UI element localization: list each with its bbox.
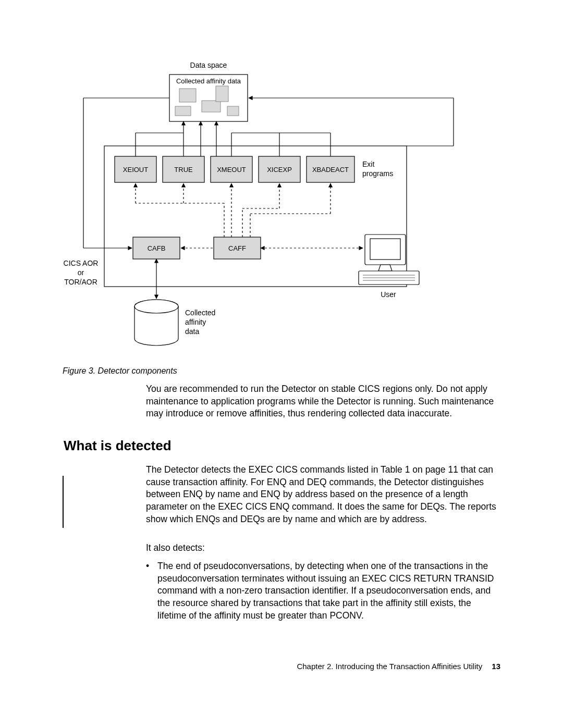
exit-box-true: TRUE bbox=[163, 156, 204, 182]
svg-rect-29 bbox=[370, 239, 400, 260]
svg-text:affinity: affinity bbox=[185, 318, 206, 326]
svg-point-25 bbox=[134, 300, 178, 313]
exit-box-xbadeact: XBADEACT bbox=[307, 156, 354, 182]
list-item: • The end of pseudoconversations, by det… bbox=[146, 560, 500, 622]
detector-diagram: Data space Collected affinity data XEIOU… bbox=[63, 57, 506, 360]
bullet-icon: • bbox=[146, 560, 149, 573]
svg-text:XMEOUT: XMEOUT bbox=[217, 166, 246, 174]
svg-text:XEIOUT: XEIOUT bbox=[123, 166, 148, 174]
svg-text:or: or bbox=[78, 268, 84, 277]
intro-paragraph: You are recommended to run the Detector … bbox=[146, 383, 500, 420]
collected-affinity-label: Collected affinity data bbox=[176, 77, 241, 85]
svg-text:CAFF: CAFF bbox=[228, 244, 246, 252]
page-footer: Chapter 2. Introducing the Transaction A… bbox=[297, 662, 500, 671]
cafb-box: CAFB bbox=[133, 237, 180, 259]
caff-box: CAFF bbox=[214, 237, 261, 259]
page-number: 13 bbox=[492, 662, 500, 671]
computer-icon bbox=[359, 235, 419, 285]
user-label: User bbox=[381, 290, 396, 299]
data-space-label: Data space bbox=[190, 61, 227, 69]
svg-rect-6 bbox=[227, 106, 239, 116]
svg-text:data: data bbox=[185, 327, 199, 336]
cics-aor-label: CICS AOR bbox=[64, 259, 99, 267]
exit-box-xmeout: XMEOUT bbox=[211, 156, 252, 182]
svg-rect-2 bbox=[179, 89, 196, 102]
svg-text:XICEXP: XICEXP bbox=[267, 166, 292, 174]
svg-rect-4 bbox=[175, 106, 191, 116]
svg-text:programs: programs bbox=[362, 169, 393, 178]
exit-box-xicexp: XICEXP bbox=[259, 156, 300, 182]
change-bar-icon bbox=[63, 476, 64, 528]
collected-data-label: Collected bbox=[185, 309, 215, 317]
svg-text:TOR/AOR: TOR/AOR bbox=[64, 278, 97, 286]
bullet-text: The end of pseudoconversations, by detec… bbox=[157, 560, 500, 622]
exit-programs-label: Exit bbox=[362, 160, 374, 168]
svg-text:TRUE: TRUE bbox=[174, 166, 193, 174]
section-heading: What is detected bbox=[64, 438, 172, 454]
svg-rect-3 bbox=[202, 101, 221, 112]
svg-text:XBADEACT: XBADEACT bbox=[312, 166, 349, 174]
exit-box-xeiout: XEIOUT bbox=[115, 156, 156, 182]
footer-chapter: Chapter 2. Introducing the Transaction A… bbox=[297, 662, 482, 671]
svg-rect-5 bbox=[216, 86, 228, 102]
figure-caption: Figure 3. Detector components bbox=[63, 366, 177, 376]
svg-text:CAFB: CAFB bbox=[148, 244, 166, 252]
detected-paragraph: The Detector detects the EXEC CICS comma… bbox=[146, 464, 500, 525]
cylinder-icon bbox=[134, 300, 178, 346]
also-detects-paragraph: It also detects: bbox=[146, 542, 500, 554]
